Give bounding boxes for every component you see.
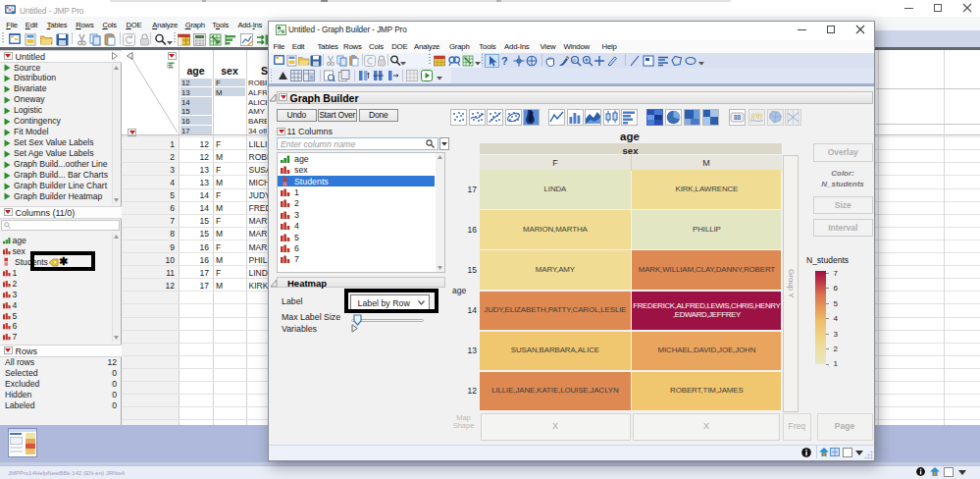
svg-text:ρ: ρ bbox=[573, 57, 576, 63]
svg-text:88: 88 bbox=[733, 114, 741, 121]
svg-text:f(θ): f(θ) bbox=[751, 111, 763, 120]
